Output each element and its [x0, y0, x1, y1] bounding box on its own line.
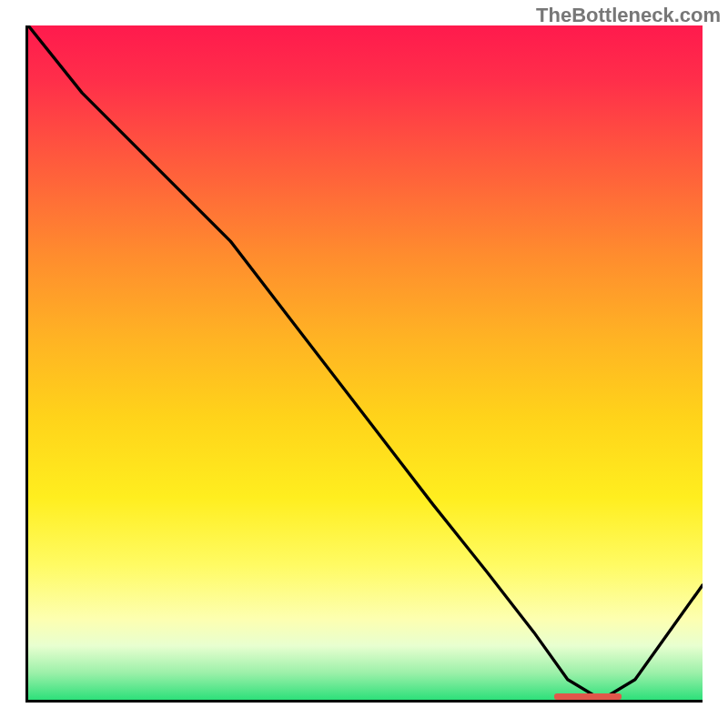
bottleneck-curve — [28, 25, 703, 700]
optimal-range-marker — [554, 693, 622, 700]
curve-path — [28, 25, 703, 700]
chart-container: TheBottleneck.com — [0, 0, 728, 728]
plot-area — [25, 25, 703, 703]
watermark-text: TheBottleneck.com — [536, 4, 721, 27]
